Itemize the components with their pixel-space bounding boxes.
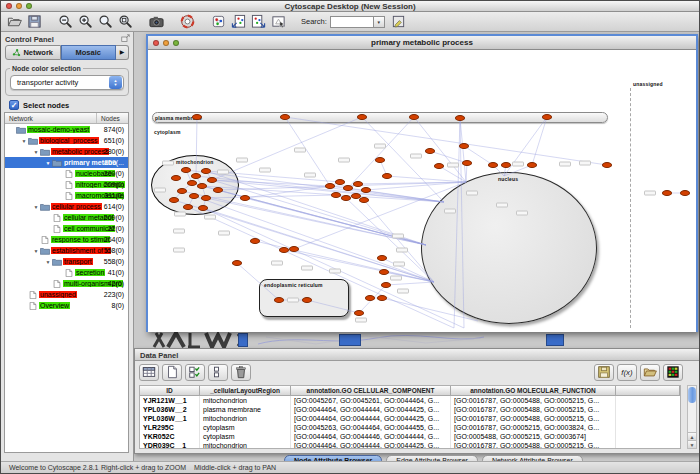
- graph-node[interactable]: [488, 162, 498, 168]
- graph-node[interactable]: [191, 173, 201, 179]
- table-cell[interactable]: [GO:0045267, GO:0045261, GO:0044464, G..…: [291, 396, 451, 405]
- graph-node[interactable]: [501, 162, 511, 168]
- graph-node[interactable]: [353, 181, 363, 187]
- scrollbar-thumb[interactable]: [688, 387, 696, 403]
- graph-node[interactable]: [325, 183, 335, 189]
- zoom-fit-button[interactable]: [115, 13, 135, 31]
- graph-node[interactable]: [542, 114, 552, 120]
- minimize-button[interactable]: [16, 3, 22, 9]
- table-cell[interactable]: mitochondrion: [200, 414, 291, 423]
- column-header-3[interactable]: annotation.GO CELLULAR_COMPONENT: [291, 386, 451, 396]
- graph-node[interactable]: [343, 185, 353, 191]
- snapshot-button[interactable]: [146, 13, 166, 31]
- graph-node[interactable]: [289, 246, 299, 252]
- graph-node[interactable]: [169, 197, 179, 203]
- graph-node[interactable]: [602, 162, 612, 168]
- table-row[interactable]: YLR295Ccytoplasm[GO:0045263, GO:0044464,…: [140, 423, 680, 432]
- tree-item-secretion[interactable]: secretion41(0): [5, 267, 128, 278]
- zoom-selected-button[interactable]: [95, 13, 115, 31]
- tab-network[interactable]: Network: [5, 45, 61, 60]
- table-cell[interactable]: YPL036W__2: [140, 405, 200, 414]
- title-bar[interactable]: Cytoscape Desktop (New Session): [1, 1, 699, 12]
- graph-node[interactable]: [459, 143, 469, 149]
- table-cell[interactable]: [GO:0016787, GO:0005488, GO:0005215, G..…: [451, 405, 616, 414]
- tree-item-biological-process[interactable]: ▼biological_process651(0): [5, 135, 128, 146]
- float-panel-icon[interactable]: [121, 34, 130, 43]
- tab-overflow-button[interactable]: ▶: [116, 45, 129, 60]
- graph-node[interactable]: [680, 190, 690, 196]
- annotation-button[interactable]: [389, 13, 409, 31]
- table-scrollbar[interactable]: ▲ ▼: [687, 385, 697, 449]
- close-button[interactable]: [6, 3, 12, 9]
- network-window-titlebar[interactable]: primary metabolic process: [148, 36, 696, 50]
- graph-node[interactable]: [177, 188, 187, 194]
- help-button[interactable]: [177, 13, 197, 31]
- graph-node[interactable]: [187, 180, 197, 186]
- graph-node[interactable]: [232, 260, 242, 266]
- column-header-2[interactable]: _cellularLayoutRegion: [200, 386, 291, 396]
- export-network-button[interactable]: [248, 13, 268, 31]
- tree-item-macromolecule[interactable]: macromolecule311(0): [5, 190, 128, 201]
- table-cell[interactable]: YLR295C: [140, 423, 200, 432]
- export-table-button[interactable]: [594, 364, 614, 381]
- tree-column-network[interactable]: Network: [9, 115, 33, 122]
- graph-node[interactable]: [361, 187, 371, 193]
- tree-item-unassigned[interactable]: unassigned223(0): [5, 289, 128, 300]
- node-color-select[interactable]: transporter activity ▲▼: [10, 75, 124, 90]
- table-cell[interactable]: [GO:0044464, GO:0044444, GO:0044425, G..…: [291, 414, 451, 423]
- graph-node[interactable]: [192, 114, 202, 120]
- data-panel-titlebar[interactable]: Data Panel: [135, 349, 699, 361]
- tree-column-nodes[interactable]: Nodes: [101, 115, 120, 122]
- vizmapper-button[interactable]: [208, 13, 228, 31]
- table-cell[interactable]: YPL036W__1: [140, 414, 200, 423]
- graph-node[interactable]: [359, 197, 369, 203]
- expand-arrow-icon[interactable]: ▼: [20, 138, 28, 144]
- table-row[interactable]: YPL036W__1mitochondrion[GO:0044464, GO:0…: [140, 414, 680, 423]
- graph-node[interactable]: [274, 297, 284, 303]
- expand-arrow-icon[interactable]: ▼: [32, 204, 40, 210]
- heatmap-button[interactable]: [663, 364, 683, 381]
- zoom-out-button[interactable]: [55, 13, 75, 31]
- table-cell[interactable]: cytoplasm: [200, 423, 291, 432]
- search-input[interactable]: [330, 16, 374, 28]
- tab-mosaic[interactable]: Mosaic: [61, 45, 117, 60]
- graph-node[interactable]: [331, 192, 341, 198]
- table-row[interactable]: YDR039C__1mitochondrion[GO:0044464, GO:0…: [140, 441, 680, 449]
- expand-arrow-icon[interactable]: ▼: [44, 160, 52, 166]
- expand-arrow-icon[interactable]: ▼: [32, 248, 40, 254]
- graph-node[interactable]: [302, 297, 312, 303]
- table-cell[interactable]: mitochondrion: [200, 441, 291, 449]
- network-canvas[interactable]: plasma membrane cytoplasm mitochondrion …: [148, 50, 696, 332]
- table-cell[interactable]: [GO:0016787, GO:0005488, GO:0005215, G..…: [451, 414, 616, 423]
- graph-node[interactable]: [434, 163, 444, 169]
- close-button[interactable]: [153, 40, 159, 46]
- expand-arrow-icon[interactable]: ▼: [44, 259, 52, 265]
- expand-arrow-icon[interactable]: ▼: [32, 149, 40, 155]
- table-row[interactable]: YJR121W__1mitochondrion[GO:0045267, GO:0…: [140, 396, 680, 405]
- tree-item-cellular-process[interactable]: ▼cellular process614(0): [5, 201, 128, 212]
- select-attributes-button[interactable]: [185, 364, 205, 381]
- graph-node[interactable]: [171, 175, 181, 181]
- manual-layout-button[interactable]: [268, 13, 288, 31]
- table-cell[interactable]: plasma membrane: [200, 405, 291, 414]
- graph-node[interactable]: [189, 193, 199, 199]
- graph-node[interactable]: [381, 282, 391, 288]
- graph-node[interactable]: [455, 115, 465, 121]
- tree-item-overview[interactable]: Overview8(0): [5, 300, 128, 311]
- select-nodes-checkbox[interactable]: ✓: [9, 100, 19, 110]
- graph-node[interactable]: [409, 114, 419, 120]
- graph-node[interactable]: [425, 148, 435, 154]
- graph-node[interactable]: [341, 195, 351, 201]
- graph-node[interactable]: [181, 167, 191, 173]
- scroll-down-button[interactable]: ▼: [688, 440, 696, 448]
- table-cell[interactable]: [GO:0044464, GO:0044446, GO:0044444, G..…: [291, 432, 451, 441]
- table-cell[interactable]: [GO:0044464, GO:0044444, GO:0044425, G..…: [291, 441, 451, 449]
- zoom-in-button[interactable]: [75, 13, 95, 31]
- tree-item-establishment-of-lo[interactable]: ▼establishment of lo558(0): [5, 245, 128, 256]
- graph-node[interactable]: [197, 183, 207, 189]
- tree-item-primary-metabo[interactable]: ▼primary metabo209(...: [5, 157, 128, 168]
- tree-item-nitrogen-compo[interactable]: nitrogen compo209(0): [5, 179, 128, 190]
- column-header-1[interactable]: ID: [140, 386, 200, 396]
- import-attributes-button[interactable]: [640, 364, 660, 381]
- column-header-4[interactable]: annotation.GO MOLECULAR_FUNCTION: [451, 386, 616, 396]
